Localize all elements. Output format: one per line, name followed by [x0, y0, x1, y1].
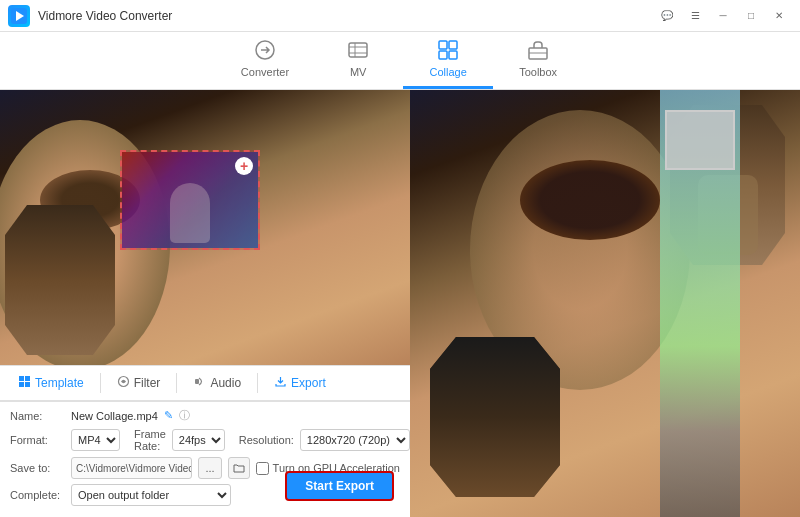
gpu-checkbox[interactable] [256, 462, 269, 475]
menu-button[interactable]: ☰ [682, 6, 708, 26]
right-eye-area [520, 160, 660, 240]
collage-label: Collage [429, 66, 466, 78]
right-panel: ▶ 00:00:02.08/00:00:44.05 🔊 [410, 90, 800, 517]
add-video-icon[interactable]: + [235, 157, 253, 175]
filter-button[interactable]: Filter [107, 371, 171, 395]
tab-converter[interactable]: Converter [217, 33, 313, 89]
svg-rect-7 [449, 51, 457, 59]
svg-rect-15 [25, 376, 30, 381]
collage-icon [437, 39, 459, 64]
svg-rect-14 [19, 376, 24, 381]
svg-rect-17 [25, 382, 30, 387]
svg-rect-6 [439, 51, 447, 59]
framerate-select[interactable]: 24fps [172, 429, 225, 451]
toolbar-sep-3 [257, 373, 258, 393]
converter-label: Converter [241, 66, 289, 78]
tab-toolbox[interactable]: Toolbox [493, 33, 583, 89]
complete-select[interactable]: Open output folder [71, 484, 231, 506]
name-label: Name: [10, 410, 65, 422]
settings-area: Name: New Collage.mp4 ✎ ⓘ Format: MP4 Fr… [0, 401, 410, 517]
left-video-bg: + [0, 90, 410, 365]
close-button[interactable]: ✕ [766, 6, 792, 26]
right-octagon-clip [430, 337, 560, 497]
toolbar-sep-1 [100, 373, 101, 393]
template-icon [18, 375, 31, 391]
filter-icon [117, 375, 130, 391]
titlebar: Vidmore Video Converter 💬 ☰ ─ □ ✕ [0, 0, 800, 32]
svg-rect-3 [349, 43, 367, 57]
svg-rect-4 [439, 41, 447, 49]
mv-icon [347, 39, 369, 64]
toolbox-label: Toolbox [519, 66, 557, 78]
left-octagon-clip [5, 205, 115, 355]
audio-button[interactable]: Audio [183, 371, 251, 395]
saveto-path: C:\Vidmore\Vidmore Video...nverter\Colla… [71, 457, 192, 479]
svg-rect-5 [449, 41, 457, 49]
format-label: Format: [10, 434, 65, 446]
right-video-bg [410, 90, 800, 517]
right-video-preview[interactable]: ▶ 00:00:02.08/00:00:44.05 🔊 [410, 90, 800, 517]
main-content: + 🔊 ✂ ↺ ⛶ − [0, 90, 800, 517]
audio-label: Audio [210, 376, 241, 390]
filter-label: Filter [134, 376, 161, 390]
resolution-select[interactable]: 1280x720 (720p) [300, 429, 410, 451]
bottom-toolbar: Template Filter [0, 365, 410, 401]
export-label: Export [291, 376, 326, 390]
toolbar-sep-2 [176, 373, 177, 393]
format-row: Format: MP4 Frame Rate: 24fps Resolution… [10, 428, 400, 452]
audio-icon [193, 375, 206, 391]
mv-label: MV [350, 66, 367, 78]
browse-button[interactable]: ... [198, 457, 221, 479]
toolbox-icon [527, 39, 549, 64]
svg-rect-16 [19, 382, 24, 387]
start-export-button[interactable]: Start Export [285, 471, 394, 501]
right-window [665, 110, 735, 170]
edit-name-icon[interactable]: ✎ [164, 409, 173, 422]
app-title: Vidmore Video Converter [38, 9, 654, 23]
saveto-label: Save to: [10, 462, 65, 474]
name-value: New Collage.mp4 [71, 410, 158, 422]
svg-rect-19 [195, 379, 199, 384]
app-logo [8, 5, 30, 27]
left-video-preview[interactable]: + 🔊 ✂ ↺ ⛶ − [0, 90, 410, 365]
info-icon[interactable]: ⓘ [179, 408, 190, 423]
chat-button[interactable]: 💬 [654, 6, 680, 26]
export-button[interactable]: Export [264, 371, 336, 395]
tab-collage[interactable]: Collage [403, 33, 493, 89]
export-icon [274, 375, 287, 391]
complete-label: Complete: [10, 489, 65, 501]
left-panel: + 🔊 ✂ ↺ ⛶ − [0, 90, 410, 517]
maximize-button[interactable]: □ [738, 6, 764, 26]
format-select[interactable]: MP4 [71, 429, 120, 451]
template-button[interactable]: Template [8, 371, 94, 395]
selected-video-overlay[interactable]: + [120, 150, 260, 250]
resolution-label: Resolution: [239, 434, 294, 446]
minimize-button[interactable]: ─ [710, 6, 736, 26]
tab-mv[interactable]: MV [313, 33, 403, 89]
template-label: Template [35, 376, 84, 390]
open-folder-button[interactable] [228, 457, 250, 479]
nav-tabs: Converter MV Collage [0, 32, 800, 90]
converter-icon [254, 39, 276, 64]
framerate-label: Frame Rate: [134, 428, 166, 452]
window-controls: 💬 ☰ ─ □ ✕ [654, 6, 792, 26]
name-row: Name: New Collage.mp4 ✎ ⓘ [10, 408, 400, 423]
